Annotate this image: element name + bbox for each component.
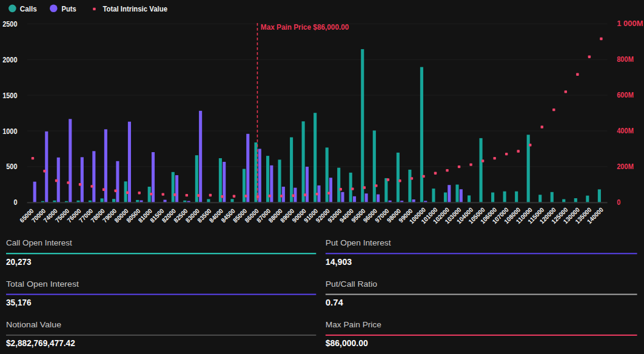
- svg-text:35,176: 35,176: [6, 297, 32, 307]
- svg-text:2000: 2000: [2, 56, 17, 64]
- svg-text:1000: 1000: [2, 127, 17, 136]
- svg-text:600M: 600M: [617, 91, 634, 99]
- svg-text:Put Open Interest: Put Open Interest: [326, 238, 391, 247]
- svg-text:Total Open Interest: Total Open Interest: [6, 279, 79, 289]
- svg-text:800M: 800M: [617, 55, 634, 64]
- svg-text:1500: 1500: [2, 92, 17, 100]
- svg-text:Call Open Interest: Call Open Interest: [6, 238, 72, 247]
- svg-text:Total Intrinsic Value: Total Intrinsic Value: [102, 5, 167, 13]
- svg-text:0: 0: [13, 198, 17, 207]
- svg-text:Notional Value: Notional Value: [6, 320, 61, 329]
- svg-text:Calls: Calls: [20, 5, 37, 13]
- svg-text:2500: 2500: [2, 20, 17, 28]
- svg-text:500: 500: [6, 162, 17, 171]
- svg-text:20,273: 20,273: [6, 256, 32, 267]
- svg-text:Put/Call Ratio: Put/Call Ratio: [326, 279, 377, 289]
- svg-text:Puts: Puts: [62, 5, 76, 13]
- svg-text:Max Pain Price: Max Pain Price: [326, 320, 381, 329]
- svg-text:0.74: 0.74: [326, 297, 344, 307]
- svg-text:0: 0: [617, 198, 620, 207]
- svg-text:200M: 200M: [617, 162, 634, 171]
- svg-text:14,903: 14,903: [326, 256, 352, 267]
- svg-text:$2,882,769,477.42: $2,882,769,477.42: [6, 338, 75, 348]
- svg-text:Max Pain Price $86,000.00: Max Pain Price $86,000.00: [261, 22, 349, 32]
- svg-text:$86,000.00: $86,000.00: [326, 338, 368, 348]
- svg-text:1 000M: 1 000M: [617, 19, 643, 28]
- svg-text:400M: 400M: [617, 127, 634, 135]
